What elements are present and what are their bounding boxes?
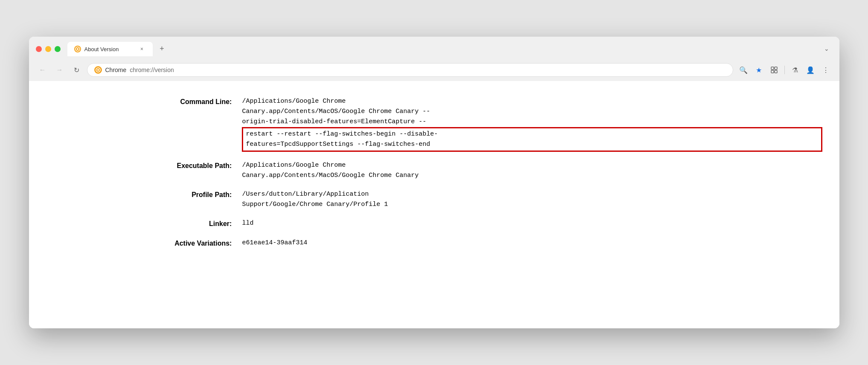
linker-row: Linker: lld — [46, 217, 822, 236]
profile-icon[interactable]: 👤 — [804, 63, 817, 77]
site-icon — [94, 66, 102, 74]
svg-rect-4 — [771, 67, 774, 70]
svg-point-1 — [77, 48, 78, 50]
svg-rect-5 — [775, 67, 777, 70]
svg-point-3 — [97, 69, 99, 71]
tab-list-button[interactable]: ⌄ — [821, 43, 833, 55]
title-bar-top: About Version × + ⌄ — [36, 42, 833, 56]
zoom-icon[interactable]: 🔍 — [737, 63, 750, 77]
profile-path-value: /Users/dutton/Library/Application Suppor… — [242, 188, 822, 217]
bookmark-icon[interactable]: ★ — [752, 63, 766, 77]
active-variations-value: e61eae14-39aaf314 — [242, 236, 822, 256]
extension-icon[interactable] — [767, 63, 781, 77]
executable-path-value: /Applications/Google Chrome Canary.app/C… — [242, 159, 822, 188]
lab-icon[interactable]: ⚗ — [788, 63, 802, 77]
command-line-value: /Applications/Google Chrome Canary.app/C… — [242, 95, 822, 159]
svg-rect-6 — [771, 70, 774, 73]
command-line-row: Command Line: /Applications/Google Chrom… — [46, 95, 822, 159]
forward-button[interactable]: → — [53, 63, 67, 77]
menu-icon[interactable]: ⋮ — [819, 63, 833, 77]
executable-path-row: Executable Path: /Applications/Google Ch… — [46, 159, 822, 188]
toolbar-actions: 🔍 ★ ⚗ 👤 ⋮ — [737, 63, 833, 77]
page-content: Command Line: /Applications/Google Chrom… — [29, 81, 839, 328]
command-line-text-1: /Applications/Google Chrome — [242, 96, 822, 107]
info-table: Command Line: /Applications/Google Chrom… — [46, 95, 822, 255]
active-variations-label: Active Variations: — [46, 236, 242, 256]
tab-title: About Version — [84, 46, 135, 52]
tabs-area: About Version × + ⌄ — [67, 42, 833, 56]
command-line-label: Command Line: — [46, 95, 242, 159]
executable-path-label: Executable Path: — [46, 159, 242, 188]
back-button[interactable]: ← — [36, 63, 49, 77]
command-line-text-3: origin-trial-disabled-features=ElementCa… — [242, 117, 822, 127]
url-bar[interactable]: Chrome chrome://version — [87, 63, 733, 77]
address-bar: ← → ↻ Chrome chrome://version 🔍 ★ — [29, 60, 839, 81]
new-tab-button[interactable]: + — [156, 43, 168, 55]
title-bar: About Version × + ⌄ — [29, 37, 839, 60]
url-path: chrome://version — [130, 67, 174, 73]
linker-value: lld — [242, 217, 822, 236]
svg-rect-7 — [775, 70, 777, 73]
maximize-window-button[interactable] — [55, 46, 61, 52]
active-tab[interactable]: About Version × — [67, 42, 153, 56]
tab-close-button[interactable]: × — [138, 45, 146, 53]
url-site-name: Chrome — [105, 67, 127, 73]
command-line-text-2: Canary.app/Contents/MacOS/Google Chrome … — [242, 107, 822, 117]
minimize-window-button[interactable] — [45, 46, 51, 52]
highlighted-flags: restart --restart --flag-switches-begin … — [242, 127, 822, 152]
browser-window: About Version × + ⌄ ← → ↻ Chrome chrome:… — [29, 37, 839, 328]
reload-button[interactable]: ↻ — [70, 63, 84, 77]
toolbar-divider — [784, 66, 785, 74]
window-controls — [36, 46, 61, 52]
close-window-button[interactable] — [36, 46, 42, 52]
active-variations-row: Active Variations: e61eae14-39aaf314 — [46, 236, 822, 256]
profile-path-label: Profile Path: — [46, 188, 242, 217]
tab-favicon-icon — [74, 46, 81, 52]
linker-label: Linker: — [46, 217, 242, 236]
profile-path-row: Profile Path: /Users/dutton/Library/Appl… — [46, 188, 822, 217]
